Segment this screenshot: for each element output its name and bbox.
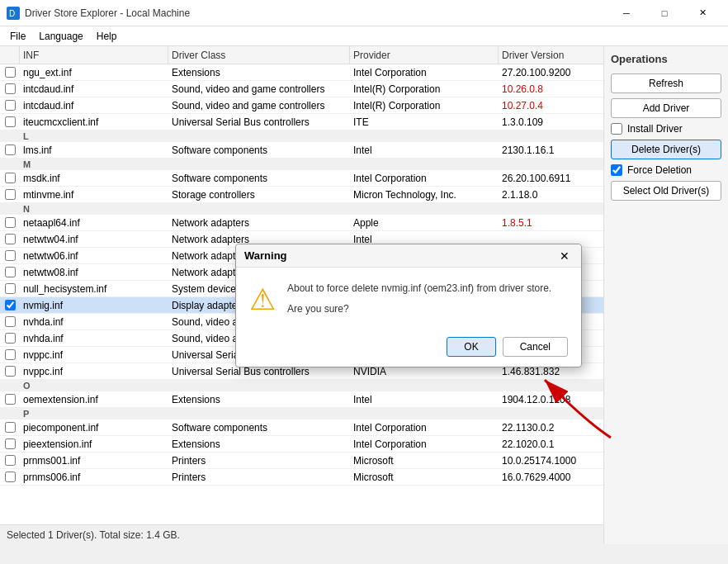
install-driver-checkbox[interactable] bbox=[611, 123, 622, 135]
row-version: 10.26.0.8 bbox=[499, 81, 603, 97]
table-row[interactable]: msdk.inf Software components Intel Corpo… bbox=[0, 170, 603, 187]
close-button[interactable]: ✕ bbox=[683, 0, 721, 26]
menu-help[interactable]: Help bbox=[90, 29, 124, 44]
table-row[interactable]: ngu_ext.inf Extensions Intel Corporation… bbox=[0, 64, 603, 81]
row-class: Sound, video and game controllers bbox=[168, 81, 350, 97]
row-inf: oemextension.inf bbox=[20, 391, 168, 407]
row-class: Storage controllers bbox=[168, 187, 350, 202]
maximize-button[interactable]: □ bbox=[645, 0, 683, 26]
install-driver-label: Install Driver bbox=[627, 123, 683, 135]
row-class: Network adapters bbox=[168, 215, 350, 230]
force-deletion-row: Force Deletion bbox=[611, 164, 721, 176]
row-inf: prnms001.inf bbox=[20, 453, 168, 468]
row-version: 2130.1.16.1 bbox=[499, 142, 603, 158]
table-row[interactable]: lms.inf Software components Intel 2130.1… bbox=[0, 142, 603, 159]
dialog-cancel-button[interactable]: Cancel bbox=[503, 337, 568, 357]
row-inf: null_hecisystem.inf bbox=[20, 281, 168, 296]
row-version: 10.27.0.4 bbox=[499, 97, 603, 113]
force-deletion-checkbox[interactable] bbox=[611, 164, 622, 176]
row-checkbox-cell[interactable] bbox=[0, 64, 20, 80]
menubar: File Language Help bbox=[0, 26, 728, 46]
row-provider: Intel(R) Corporation bbox=[350, 81, 499, 97]
warning-icon: ⚠ bbox=[249, 282, 276, 317]
titlebar: D Driver Store Explorer - Local Machine … bbox=[0, 0, 728, 26]
dialog-close-button[interactable]: ✕ bbox=[556, 250, 573, 262]
table-row[interactable]: piecomponent.inf Software components Int… bbox=[0, 419, 603, 436]
row-inf: netaapl64.inf bbox=[20, 215, 168, 230]
table-row[interactable]: prnms006.inf Printers Microsoft 16.0.762… bbox=[0, 469, 603, 486]
row-provider: Intel Corporation bbox=[350, 170, 499, 186]
dialog-ok-button[interactable]: OK bbox=[447, 337, 495, 357]
dialog-message-line1: About to force delete nvmig.inf (oem23.i… bbox=[287, 281, 551, 296]
refresh-button[interactable]: Refresh bbox=[611, 73, 721, 93]
statusbar-text: Selected 1 Driver(s). Total size: 1.4 GB… bbox=[7, 529, 180, 541]
sidebar-title: Operations bbox=[611, 53, 721, 65]
delete-driver-button[interactable]: Delete Driver(s) bbox=[611, 140, 721, 159]
sidebar: Operations Refresh Add Driver Install Dr… bbox=[604, 46, 728, 544]
row-class: Universal Serial Bus controllers bbox=[168, 114, 350, 130]
table-row[interactable]: oemextension.inf Extensions Intel 1904.1… bbox=[0, 391, 603, 408]
force-deletion-label: Force Deletion bbox=[627, 164, 692, 176]
col-inf[interactable]: INF bbox=[20, 46, 168, 64]
row-inf: piecomponent.inf bbox=[20, 419, 168, 435]
dialog-message: About to force delete nvmig.inf (oem23.i… bbox=[287, 281, 551, 317]
row-provider: Intel Corporation bbox=[350, 64, 499, 80]
row-version: 26.20.100.6911 bbox=[499, 170, 603, 186]
row-inf: mtinvme.inf bbox=[20, 187, 168, 202]
row-provider: Microsoft bbox=[350, 469, 499, 485]
row-provider: Apple bbox=[350, 215, 499, 230]
section-header-o: O bbox=[0, 380, 603, 391]
app-icon: D bbox=[7, 7, 20, 20]
table-row[interactable]: prnms001.inf Printers Microsoft 10.0.251… bbox=[0, 453, 603, 469]
row-inf: msdk.inf bbox=[20, 170, 168, 186]
row-class: Printers bbox=[168, 453, 350, 468]
section-header-p: P bbox=[0, 408, 603, 419]
row-version: 2.1.18.0 bbox=[499, 187, 603, 202]
row-version: 1.3.0.109 bbox=[499, 114, 603, 130]
row-inf: iteucmcxclient.inf bbox=[20, 114, 168, 130]
row-inf: intcdaud.inf bbox=[20, 81, 168, 97]
dialog-body: ⚠ About to force delete nvmig.inf (oem23… bbox=[236, 268, 581, 330]
select-old-driver-button[interactable]: Select Old Driver(s) bbox=[611, 181, 721, 201]
table-row[interactable]: iteucmcxclient.inf Universal Serial Bus … bbox=[0, 114, 603, 130]
minimize-button[interactable]: ─ bbox=[607, 0, 645, 26]
row-class: Extensions bbox=[168, 391, 350, 407]
table-row[interactable]: intcdaud.inf Sound, video and game contr… bbox=[0, 97, 603, 114]
add-driver-button[interactable]: Add Driver bbox=[611, 98, 721, 118]
row-inf: nvhda.inf bbox=[20, 314, 168, 329]
menu-language[interactable]: Language bbox=[32, 29, 89, 44]
row-version: 22.1130.0.2 bbox=[499, 419, 603, 435]
dialog-message-line2: Are you sure? bbox=[287, 301, 551, 317]
row-inf: nvhda.inf bbox=[20, 330, 168, 346]
row-version: 1.8.5.1 bbox=[499, 215, 603, 230]
col-provider[interactable]: Provider bbox=[350, 46, 499, 64]
row-inf: netwtw08.inf bbox=[20, 264, 168, 280]
row-provider: Intel bbox=[350, 142, 499, 158]
row-class: Extensions bbox=[168, 64, 350, 80]
row-provider: ITE bbox=[350, 114, 499, 130]
row-class: Printers bbox=[168, 469, 350, 485]
row-inf: nvppc.inf bbox=[20, 363, 168, 379]
table-row[interactable]: netaapl64.inf Network adapters Apple 1.8… bbox=[0, 215, 603, 231]
table-row[interactable]: mtinvme.inf Storage controllers Micron T… bbox=[0, 187, 603, 203]
table-row[interactable]: intcdaud.inf Sound, video and game contr… bbox=[0, 81, 603, 97]
row-inf: intcdaud.inf bbox=[20, 97, 168, 113]
col-version[interactable]: Driver Version bbox=[499, 46, 604, 64]
row-inf: pieextension.inf bbox=[20, 436, 168, 452]
window-controls: ─ □ ✕ bbox=[607, 0, 721, 26]
dialog-title: Warning bbox=[244, 249, 287, 262]
section-header-n: N bbox=[0, 203, 603, 215]
row-version: 10.0.25174.1000 bbox=[499, 453, 603, 468]
warning-dialog: Warning ✕ ⚠ About to force delete nvmig.… bbox=[235, 244, 582, 367]
row-inf: netwtw04.inf bbox=[20, 231, 168, 247]
row-version: 1904.12.0.1208 bbox=[499, 391, 603, 407]
col-class[interactable]: Driver Class bbox=[168, 46, 350, 64]
dialog-footer: OK Cancel bbox=[236, 330, 581, 367]
row-provider: Intel bbox=[350, 391, 499, 407]
row-inf: lms.inf bbox=[20, 142, 168, 158]
menu-file[interactable]: File bbox=[3, 29, 32, 44]
row-inf: netwtw06.inf bbox=[20, 248, 168, 263]
row-class: Software components bbox=[168, 419, 350, 435]
table-row[interactable]: pieextension.inf Extensions Intel Corpor… bbox=[0, 436, 603, 453]
row-provider: Microsoft bbox=[350, 453, 499, 468]
